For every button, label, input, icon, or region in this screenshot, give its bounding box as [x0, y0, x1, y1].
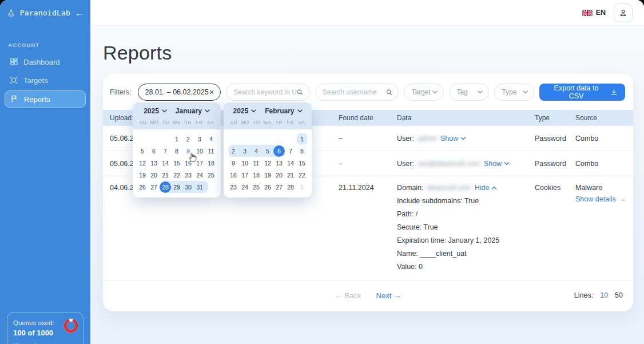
- calendar-day[interactable]: 21: [285, 169, 296, 181]
- year-select[interactable]: 2025: [233, 107, 256, 115]
- export-csv-button[interactable]: Export data to CSV: [539, 84, 625, 101]
- calendar-day[interactable]: 23: [182, 169, 194, 181]
- detail-line: Expiration time: January 1, 2025: [397, 234, 535, 247]
- calendar-day[interactable]: 25: [205, 169, 217, 181]
- month-select[interactable]: January: [176, 107, 210, 115]
- calendar-day[interactable]: 3: [194, 133, 205, 145]
- calendar-day[interactable]: 11: [205, 145, 217, 157]
- calendar-day[interactable]: 3: [239, 145, 251, 157]
- hide-toggle-link[interactable]: Hide: [475, 184, 498, 192]
- calendar-day[interactable]: 1: [171, 133, 182, 145]
- calendar-day[interactable]: 2: [182, 133, 194, 145]
- calendar-day[interactable]: 24: [194, 169, 205, 181]
- sidebar-item-targets[interactable]: Targets: [5, 72, 86, 88]
- calendar-day[interactable]: 19: [137, 169, 148, 181]
- calendar-day[interactable]: 5: [137, 145, 148, 157]
- redacted-value: ceo@dewesoft.com: [418, 160, 480, 168]
- calendar-day[interactable]: 10: [194, 145, 205, 157]
- calendar-day[interactable]: 21: [160, 169, 171, 181]
- calendar-day[interactable]: 16: [182, 157, 194, 169]
- queries-usage-widget: Queries used: 100 of 1000 Upgrade subscr…: [7, 312, 84, 344]
- calendar-day[interactable]: 17: [239, 169, 251, 181]
- calendar-day[interactable]: 31: [194, 181, 205, 193]
- calendar-day[interactable]: 4: [205, 133, 217, 145]
- calendar-day[interactable]: 15: [296, 157, 308, 169]
- calendar-day[interactable]: 4: [251, 145, 262, 157]
- calendar-day[interactable]: 14: [285, 157, 296, 169]
- calendar-day[interactable]: 16: [228, 169, 239, 181]
- weekday-label: TH: [273, 120, 285, 125]
- sidebar-header: ParanoidLab ←: [0, 0, 90, 26]
- calendar-day[interactable]: 11: [251, 157, 262, 169]
- calendar-weekdays: SUMOTUWETHFRSA: [137, 120, 216, 125]
- calendar-day[interactable]: 12: [262, 157, 273, 169]
- calendar-day[interactable]: 6: [273, 145, 285, 157]
- calendar-day: [251, 133, 262, 145]
- calendar-day[interactable]: 7: [160, 145, 171, 157]
- calendar-day[interactable]: 22: [171, 169, 182, 181]
- calendar-day[interactable]: 20: [148, 169, 160, 181]
- calendar-day[interactable]: 8: [171, 145, 182, 157]
- sidebar-collapse-icon[interactable]: ←: [75, 8, 84, 18]
- calendar-day[interactable]: 1: [296, 133, 308, 145]
- calendar-day[interactable]: 30: [182, 181, 194, 193]
- calendar-day[interactable]: 28: [285, 181, 296, 193]
- username-search-input[interactable]: [323, 88, 385, 96]
- calendar-day[interactable]: 7: [285, 145, 296, 157]
- sidebar-item-dashboard[interactable]: Dashboard: [5, 54, 86, 70]
- type-select[interactable]: Type: [494, 84, 534, 101]
- back-button[interactable]: ← Back: [335, 291, 361, 300]
- next-button[interactable]: Next →: [376, 291, 401, 300]
- page-title: Reports: [103, 42, 644, 64]
- calendar-day[interactable]: 27: [148, 181, 160, 193]
- calendar-day[interactable]: 28: [160, 181, 171, 193]
- keyword-search-input[interactable]: [233, 88, 296, 96]
- calendar-day[interactable]: 9: [228, 157, 239, 169]
- calendar-day[interactable]: 25: [251, 181, 262, 193]
- calendar-day[interactable]: 14: [160, 157, 171, 169]
- calendar-day[interactable]: 1: [296, 181, 308, 193]
- target-select[interactable]: Target: [404, 84, 444, 101]
- sidebar-item-label: Targets: [23, 76, 48, 85]
- col-data: Data: [397, 114, 535, 122]
- show-toggle-link[interactable]: Show: [440, 135, 466, 143]
- calendar-day[interactable]: 6: [148, 145, 160, 157]
- calendar-day[interactable]: 20: [273, 169, 285, 181]
- calendar-day[interactable]: 19: [262, 169, 273, 181]
- month-select[interactable]: February: [265, 107, 302, 115]
- col-type: Type: [535, 114, 575, 122]
- calendar-day: [137, 133, 148, 145]
- calendar-day[interactable]: 23: [228, 181, 239, 193]
- calendar-day[interactable]: 13: [273, 157, 285, 169]
- language-switcher[interactable]: EN: [582, 9, 606, 17]
- calendar-day[interactable]: 15: [171, 157, 182, 169]
- calendar-day[interactable]: 26: [262, 181, 273, 193]
- sidebar-item-reports[interactable]: Reports: [5, 90, 86, 108]
- calendar-day[interactable]: 9: [182, 145, 194, 157]
- calendar-day[interactable]: 10: [239, 157, 251, 169]
- calendar-day[interactable]: 26: [137, 181, 148, 193]
- col-found-date: Found date: [339, 114, 397, 122]
- clear-date-icon[interactable]: ×: [209, 88, 214, 96]
- tag-select[interactable]: Tag: [449, 84, 489, 101]
- show-toggle-link[interactable]: Show: [484, 160, 510, 168]
- user-account-button[interactable]: [614, 3, 633, 22]
- calendar-day[interactable]: 22: [296, 169, 308, 181]
- date-range-input[interactable]: 28.01. – 06.02.2025 ×: [138, 84, 221, 101]
- calendar-day[interactable]: 17: [194, 157, 205, 169]
- calendar-day[interactable]: 5: [262, 145, 273, 157]
- calendar-day[interactable]: 12: [137, 157, 148, 169]
- year-select[interactable]: 2025: [144, 107, 167, 115]
- export-csv-label: Export data to CSV: [547, 84, 605, 100]
- weekday-label: SU: [137, 120, 149, 125]
- calendar-day[interactable]: 13: [148, 157, 160, 169]
- calendar-day[interactable]: 8: [296, 145, 308, 157]
- calendar-day[interactable]: 18: [205, 157, 217, 169]
- day-number: 18: [251, 169, 262, 181]
- calendar-day[interactable]: 18: [251, 169, 262, 181]
- calendar-day[interactable]: 2: [228, 145, 239, 157]
- calendar-day[interactable]: 24: [239, 181, 251, 193]
- calendar-day[interactable]: 29: [171, 181, 182, 193]
- calendar-day[interactable]: 27: [273, 181, 285, 193]
- show-details-link[interactable]: Show details →: [575, 195, 626, 203]
